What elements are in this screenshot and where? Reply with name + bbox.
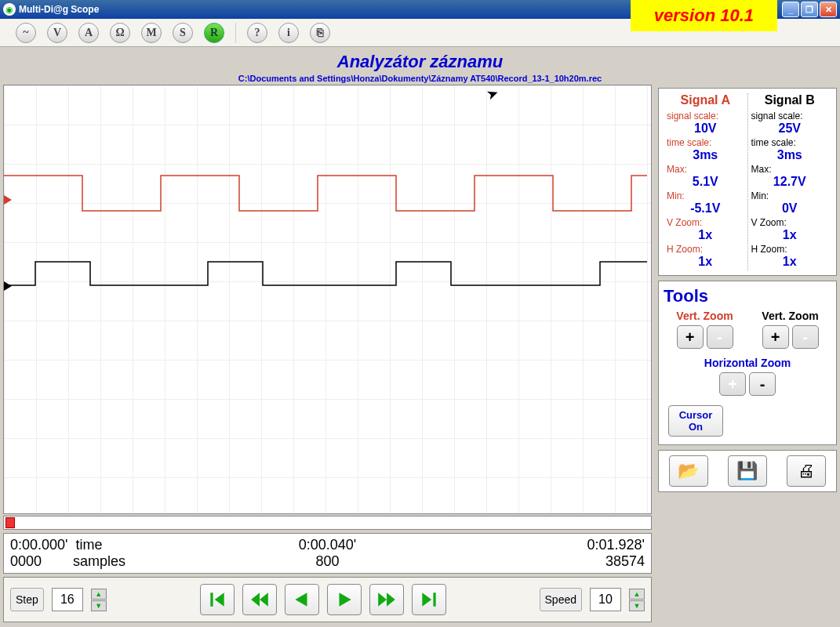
time-start: 0:00.000' [10, 537, 68, 553]
signal-a-scale: 10V [667, 121, 744, 136]
floppy-icon: 💾 [736, 461, 758, 481]
vzoom-b-minus-button[interactable]: - [792, 325, 819, 349]
tools-panel: Tools Vert. Zoom Vert. Zoom + - + - Hori… [658, 281, 837, 445]
signal-b-vzoom: 1x [751, 228, 829, 242]
step-back-button[interactable] [285, 584, 319, 615]
speed-up-button[interactable]: ▲ [629, 589, 645, 600]
step-label: Step [10, 588, 44, 611]
samples-start: 0000 [10, 553, 42, 569]
scrollbar-thumb[interactable] [5, 517, 15, 528]
file-path: C:\Documents and Settings\Honza\Dokument… [0, 74, 840, 83]
speed-down-button[interactable]: ▼ [629, 600, 645, 611]
waveform-signal-b [4, 85, 647, 477]
signals-panel: Signal A signal scale: 10V time scale: 3… [658, 88, 837, 276]
page-header: Analyzátor záznamu C:\Documents and Sett… [0, 47, 840, 85]
signal-a-vzoom: 1x [667, 228, 744, 242]
samples-mid: 800 [222, 553, 434, 570]
tool-voltage-button[interactable]: V [47, 23, 67, 43]
signal-b-info: Signal B signal scale: 25V time scale: 3… [747, 93, 832, 270]
tool-window-button[interactable]: ⎘ [310, 23, 330, 43]
signal-b-hzoom: 1x [751, 255, 829, 269]
step-forward-button[interactable] [327, 584, 362, 615]
playback-controls: Step 16 ▲ ▼ Speed 10 ▲ ▼ [3, 577, 652, 622]
samples-end: 38574 [433, 553, 645, 570]
fast-forward-button[interactable] [369, 584, 404, 615]
save-file-button[interactable]: 💾 [728, 455, 767, 487]
vzoom-b-label: Vert. Zoom [749, 310, 831, 322]
vzoom-a-minus-button[interactable]: - [707, 325, 733, 349]
time-mid: 0:00.040' [222, 537, 434, 553]
toolbar-separator [235, 23, 236, 43]
time-end: 0:01.928' [433, 537, 645, 553]
step-value[interactable]: 16 [52, 588, 83, 611]
tool-ohm-button[interactable]: Ω [110, 23, 130, 43]
skip-end-button[interactable] [412, 584, 446, 615]
vzoom-a-plus-button[interactable]: + [677, 325, 704, 349]
hzoom-plus-button[interactable]: + [719, 372, 746, 396]
signal-b-min: 0V [751, 201, 829, 216]
version-banner: version 10.1 [631, 0, 777, 31]
signal-b-timescale: 3ms [751, 148, 829, 162]
time-label: time [76, 537, 103, 553]
step-down-button[interactable]: ▼ [91, 600, 107, 611]
file-actions-panel: 📂 💾 🖨 [658, 450, 837, 492]
signal-a-timescale: 3ms [667, 148, 744, 162]
tool-help-button[interactable]: ? [247, 23, 267, 43]
tool-record-button[interactable]: R [204, 23, 224, 43]
tool-ampere-button[interactable]: A [78, 23, 99, 43]
vzoom-a-label: Vert. Zoom [664, 310, 746, 322]
signal-a-max: 5.1V [667, 175, 744, 189]
cursor-on-button[interactable]: Cursor On [668, 405, 723, 437]
tool-sine-icon[interactable]: ~ [16, 23, 36, 43]
speed-value[interactable]: 10 [590, 588, 621, 611]
samples-label: samples [73, 553, 125, 569]
minimize-button[interactable]: _ [782, 2, 799, 17]
signal-b-max: 12.7V [751, 175, 829, 189]
app-icon: ◉ [3, 3, 16, 16]
tool-s-button[interactable]: S [173, 23, 193, 43]
skip-start-button[interactable] [200, 584, 235, 615]
signal-a-info: Signal A signal scale: 10V time scale: 3… [664, 93, 747, 270]
tools-title: Tools [664, 286, 831, 306]
tool-m-button[interactable]: M [141, 23, 162, 43]
horizontal-scrollbar[interactable] [3, 516, 652, 530]
close-button[interactable]: ✕ [820, 2, 837, 17]
open-file-button[interactable]: 📂 [669, 455, 708, 487]
speed-stepper: ▲ ▼ [629, 589, 645, 611]
readout-panel: 0:00.000' time 0:00.040' 0:01.928' 0000 … [3, 533, 652, 574]
page-title: Analyzátor záznamu [0, 52, 840, 72]
speed-label: Speed [540, 588, 582, 611]
printer-icon: 🖨 [798, 461, 815, 481]
signal-a-hzoom: 1x [667, 255, 744, 269]
scope-plot[interactable]: ➤ [3, 85, 652, 514]
signal-b-name: Signal B [751, 93, 829, 107]
rewind-button[interactable] [242, 584, 277, 615]
print-button[interactable]: 🖨 [787, 455, 826, 487]
hzoom-label: Horizontal Zoom [664, 357, 831, 369]
hzoom-minus-button[interactable]: - [749, 372, 776, 396]
signal-a-min: -5.1V [667, 201, 744, 216]
vzoom-b-plus-button[interactable]: + [762, 325, 789, 349]
tool-info-button[interactable]: i [278, 23, 299, 43]
step-up-button[interactable]: ▲ [91, 589, 107, 600]
signal-b-scale: 25V [751, 121, 829, 136]
title-bar: ◉ Multi-Di@g Scope version 10.1 _ ❐ ✕ [0, 0, 840, 19]
step-stepper: ▲ ▼ [91, 589, 107, 611]
signal-a-name: Signal A [667, 93, 744, 107]
window-title: Multi-Di@g Scope [19, 4, 99, 15]
folder-icon: 📂 [678, 461, 699, 481]
maximize-button[interactable]: ❐ [801, 2, 818, 17]
